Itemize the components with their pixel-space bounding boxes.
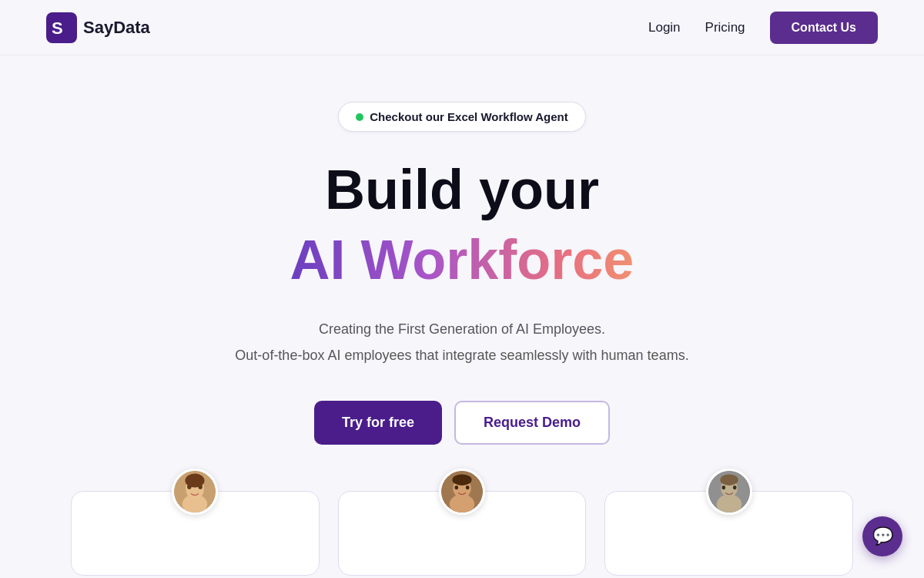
testimonial-card-3 (604, 491, 853, 576)
avatar-1 (172, 469, 218, 515)
svg-point-16 (716, 495, 741, 514)
svg-point-13 (466, 486, 470, 489)
login-button[interactable]: Login (648, 20, 681, 35)
badge-dot (356, 113, 363, 121)
hero-title-line1: Build your (325, 160, 599, 220)
testimonial-card-2 (338, 491, 587, 576)
svg-point-14 (452, 475, 471, 486)
svg-point-4 (182, 495, 207, 514)
logo[interactable]: S SayData (46, 12, 150, 43)
hero-title-line2: AI Workforce (290, 227, 634, 293)
saydata-logo-icon: S (46, 12, 77, 43)
chat-button[interactable]: 💬 (862, 516, 902, 556)
svg-point-19 (733, 486, 737, 489)
badge-text: Checkout our Excel Workflow Agent (370, 110, 568, 123)
hero-subtitle1: Creating the First Generation of AI Empl… (319, 318, 605, 341)
svg-point-18 (721, 486, 725, 489)
svg-point-8 (186, 474, 205, 488)
logo-text: SayData (83, 18, 150, 38)
pricing-button[interactable]: Pricing (705, 20, 745, 35)
avatar-2 (439, 469, 485, 515)
request-demo-button[interactable]: Request Demo (454, 401, 610, 445)
avatar-3 (706, 469, 752, 515)
cta-buttons: Try for free Request Demo (314, 401, 610, 445)
testimonial-card-1 (71, 491, 320, 576)
nav-links: Login Pricing Contact Us (648, 12, 878, 44)
hero-section: Checkout our Excel Workflow Agent Build … (0, 55, 924, 578)
contact-button[interactable]: Contact Us (770, 12, 878, 44)
excel-badge[interactable]: Checkout our Excel Workflow Agent (338, 102, 586, 132)
hero-subtitle2: Out-of-the-box AI employees that integra… (235, 344, 688, 367)
svg-text:S: S (52, 18, 63, 38)
try-free-button[interactable]: Try for free (314, 401, 442, 445)
chat-icon: 💬 (872, 526, 893, 546)
svg-point-20 (720, 475, 738, 486)
navbar: S SayData Login Pricing Contact Us (0, 0, 924, 55)
testimonial-cards-row (31, 491, 893, 576)
svg-point-12 (455, 486, 459, 489)
